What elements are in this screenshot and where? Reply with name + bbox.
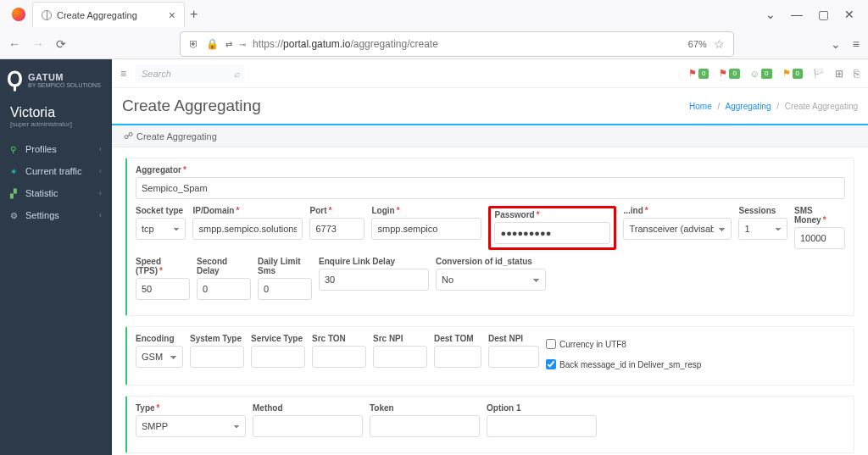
panel-sub-title: Create Aggregating [136, 131, 217, 141]
aggregator-input[interactable] [136, 177, 845, 199]
dest-npi-input[interactable] [488, 346, 539, 368]
grid-icon[interactable]: ⊞ [835, 68, 843, 80]
label-aggregator: Aggregator* [136, 165, 845, 175]
dest-tom-input[interactable] [434, 346, 481, 368]
app-menu-icon[interactable]: ≡ [853, 37, 860, 51]
maximize-button[interactable]: ▢ [818, 8, 829, 21]
sidebar-item-label: Settings [25, 210, 59, 220]
chart-icon: ▞ [10, 189, 20, 198]
label-second-delay: Second Delay [197, 257, 251, 275]
label-dest-tom: Dest TOM [434, 334, 481, 343]
password-input[interactable] [494, 222, 610, 244]
menu-toggle-icon[interactable]: ≡ [120, 68, 126, 80]
method-input[interactable] [253, 415, 363, 437]
flag-icon[interactable]: 🏳️ [813, 68, 825, 79]
address-bar[interactable]: ⛨ 🔒 ⇄ ⊸ https://portal.gatum.io/aggregat… [180, 31, 734, 57]
label-system-type: System Type [190, 334, 244, 343]
system-type-input[interactable] [190, 346, 244, 368]
service-type-input[interactable] [251, 346, 305, 368]
bookmark-icon[interactable]: ☆ [714, 37, 725, 51]
label-id-status: Conversion of id_status [436, 257, 546, 266]
forward-button[interactable]: → [32, 37, 44, 51]
type-select[interactable]: SMPP [136, 415, 246, 437]
currency-utf8-checkbox[interactable] [546, 339, 556, 349]
tab-title: Create Aggregating [57, 10, 137, 20]
label-encoding: Encoding [136, 334, 183, 343]
ip-domain-input[interactable] [192, 218, 303, 240]
brand-name: GATUM [28, 72, 101, 82]
password-highlight-box: Password* [488, 206, 616, 250]
sidebar-item-settings[interactable]: ⚙ Settings ‹ [0, 204, 112, 226]
back-button[interactable]: ← [8, 37, 20, 51]
label-service-type: Service Type [251, 334, 305, 343]
pocket-icon[interactable]: ⌄ [831, 37, 841, 51]
alert-icon: ⚑ [782, 68, 791, 79]
label-bind: ...ind* [623, 206, 732, 215]
label-daily-limit: Daily Limit Sms [258, 257, 312, 275]
sidebar-item-label: Current traffic [25, 166, 81, 176]
firefox-icon [12, 8, 25, 21]
breadcrumb-home[interactable]: Home [689, 102, 712, 111]
url-text: https://portal.gatum.io/aggregating/crea… [253, 38, 438, 50]
tab-close-icon[interactable]: × [169, 8, 175, 22]
second-delay-input[interactable] [197, 278, 251, 300]
chevron-left-icon: ‹ [99, 189, 102, 197]
logout-icon[interactable]: ⎘ [854, 68, 860, 80]
minimize-button[interactable]: — [791, 8, 803, 21]
network-icon: ☍ [124, 130, 133, 141]
globe-icon [42, 10, 52, 20]
app-sidebar: Ϙ GATUM BY SEMPICO SOLUTIONS Victoria [s… [0, 59, 112, 455]
src-ton-input[interactable] [312, 346, 366, 368]
sessions-select[interactable]: 1 [738, 218, 787, 240]
socket-type-select[interactable]: tcp [136, 218, 186, 240]
option1-input[interactable] [487, 415, 597, 437]
panel-subheader: ☍ Create Aggregating [112, 125, 868, 147]
login-input[interactable] [371, 218, 481, 240]
status-indicator[interactable]: ☺0 [750, 69, 772, 79]
label-port: Port* [309, 206, 364, 215]
src-npi-input[interactable] [373, 346, 427, 368]
sidebar-item-label: Statistic [25, 188, 58, 198]
zoom-level[interactable]: 67% [688, 39, 707, 49]
label-token: Token [370, 403, 480, 413]
label-enquire-link: Enquire Link Delay [319, 257, 429, 266]
traffic-icon: ✶ [10, 167, 20, 176]
sidebar-item-profiles[interactable]: ⚲ Profiles ‹ [0, 138, 112, 160]
back-msg-checkbox[interactable] [546, 359, 556, 369]
port-input[interactable] [309, 218, 364, 240]
label-src-npi: Src NPI [373, 334, 427, 343]
reload-button[interactable]: ⟳ [56, 37, 66, 51]
new-tab-button[interactable]: + [190, 7, 198, 22]
enquire-link-input[interactable] [319, 269, 429, 291]
chevron-down-icon[interactable]: ⌄ [765, 8, 776, 21]
token-input[interactable] [370, 415, 480, 437]
user-icon: ☺ [750, 69, 760, 79]
topbar: ≡ Search ⌕ ⚑0 ⚑0 ☺0 ⚑0 🏳️ ⊞ ⎘ [112, 59, 868, 88]
users-icon: ⚲ [10, 145, 20, 154]
daily-limit-input[interactable] [258, 278, 312, 300]
encoding-select[interactable]: GSM [136, 346, 183, 368]
status-indicator[interactable]: ⚑0 [719, 68, 739, 79]
search-input[interactable]: Search ⌕ [135, 64, 245, 83]
user-role: [super administrator] [0, 120, 112, 138]
label-sessions: Sessions [738, 206, 787, 215]
bind-select[interactable]: Transceiver (advisable) [623, 218, 732, 240]
brand: Ϙ GATUM BY SEMPICO SOLUTIONS [0, 59, 112, 100]
chevron-left-icon: ‹ [99, 145, 102, 153]
status-indicator[interactable]: ⚑0 [782, 68, 803, 79]
sidebar-item-traffic[interactable]: ✶ Current traffic ‹ [0, 160, 112, 182]
status-indicator[interactable]: ⚑0 [688, 68, 709, 79]
speed-input[interactable] [136, 278, 190, 300]
key-icon: ⊸ [239, 40, 246, 49]
label-dest-npi: Dest NPI [488, 334, 539, 343]
main-content: ≡ Search ⌕ ⚑0 ⚑0 ☺0 ⚑0 🏳️ ⊞ ⎘ Create Agg… [112, 59, 868, 455]
chevron-left-icon: ‹ [99, 167, 102, 175]
close-window-button[interactable]: ✕ [844, 8, 854, 21]
label-socket-type: Socket type [136, 206, 186, 215]
label-back-msg: Back message_id in Deliver_sm_resp [559, 360, 701, 369]
id-status-select[interactable]: No [436, 269, 546, 291]
sidebar-item-statistic[interactable]: ▞ Statistic ‹ [0, 182, 112, 204]
sms-money-input[interactable] [794, 227, 845, 249]
browser-tab[interactable]: Create Aggregating × [32, 2, 185, 27]
breadcrumb-aggregating[interactable]: Aggregating [726, 102, 771, 111]
